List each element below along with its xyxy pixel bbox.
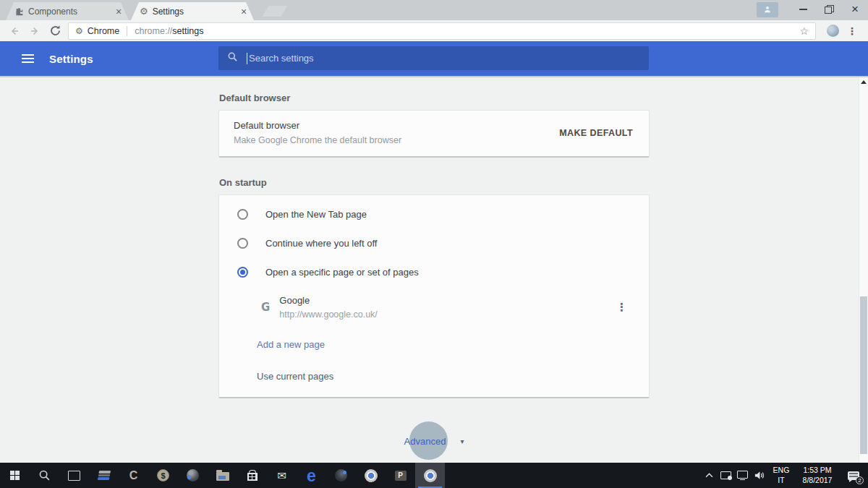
restore-icon bbox=[825, 5, 834, 14]
dark-browser-icon bbox=[335, 469, 347, 481]
row-subtitle: Make Google Chrome the default browser bbox=[234, 135, 401, 145]
scrollbar-thumb[interactable] bbox=[860, 296, 867, 454]
tab-settings[interactable]: ⚙ Settings × bbox=[131, 2, 254, 20]
chrome-icon bbox=[424, 469, 437, 482]
tray-chevron-button[interactable] bbox=[701, 463, 718, 488]
add-new-page-link[interactable]: Add a new page bbox=[257, 339, 325, 350]
tab-close-icon[interactable]: × bbox=[238, 7, 250, 17]
search-icon bbox=[38, 469, 51, 481]
tab-components[interactable]: Components × bbox=[6, 2, 129, 20]
action-center-button[interactable]: 2 bbox=[843, 463, 864, 488]
reload-button[interactable] bbox=[46, 22, 64, 40]
default-browser-row: Default browser Make Google Chrome the d… bbox=[219, 111, 649, 156]
taskbar-app-browser-dark[interactable] bbox=[326, 463, 356, 488]
tray-display-settings-button[interactable] bbox=[718, 463, 734, 488]
url-path: settings bbox=[172, 26, 203, 36]
network-monitor-icon bbox=[737, 471, 748, 479]
tray-time: 1:53 PM bbox=[803, 466, 831, 476]
startup-page-name: Google bbox=[279, 295, 378, 306]
file-explorer-button[interactable] bbox=[208, 463, 237, 488]
tray-network-button[interactable] bbox=[734, 463, 751, 488]
advanced-button[interactable]: Advanced ▾ bbox=[218, 419, 650, 463]
edge-browser-button[interactable]: e bbox=[297, 463, 326, 488]
language-indicator[interactable]: ENG IT bbox=[769, 466, 793, 485]
radio-option-continue[interactable]: Continue where you left off bbox=[219, 228, 649, 257]
bookmark-star-icon[interactable]: ☆ bbox=[799, 25, 809, 37]
search-icon bbox=[227, 51, 238, 65]
use-current-pages-link[interactable]: Use current pages bbox=[257, 371, 333, 382]
stack-icon bbox=[97, 471, 110, 480]
settings-header: Settings Search settings bbox=[0, 41, 868, 76]
store-bag-icon bbox=[247, 470, 258, 481]
row-title: Default browser bbox=[234, 120, 401, 131]
browser-toolbar: ⚙ Chrome chrome:// settings ☆ ⋮ bbox=[0, 20, 868, 41]
minimize-button[interactable] bbox=[790, 1, 816, 18]
tab-title: Components bbox=[28, 7, 113, 17]
page-title: Settings bbox=[49, 53, 93, 65]
radio-option-specific-pages[interactable]: Open a specific page or set of pages bbox=[219, 257, 649, 286]
speaker-icon bbox=[754, 470, 765, 481]
radio-icon[interactable] bbox=[237, 238, 248, 249]
text-caret bbox=[247, 53, 247, 64]
extension-icon[interactable] bbox=[827, 25, 839, 37]
mail-app-button[interactable]: ✉ bbox=[267, 463, 297, 488]
windows-store-button[interactable] bbox=[237, 463, 267, 488]
gear-icon: ⚙ bbox=[75, 26, 83, 36]
back-button[interactable] bbox=[5, 22, 24, 40]
make-default-button[interactable]: MAKE DEFAULT bbox=[558, 125, 634, 141]
tray-date: 8/8/2017 bbox=[803, 476, 833, 486]
taskbar-app-c[interactable]: C bbox=[119, 463, 148, 488]
restore-button[interactable] bbox=[816, 1, 842, 18]
radio-label: Open a specific page or set of pages bbox=[265, 267, 419, 278]
radio-icon[interactable] bbox=[237, 209, 248, 220]
clock[interactable]: 1:53 PM 8/8/2017 bbox=[796, 466, 838, 485]
new-tab-button[interactable] bbox=[262, 6, 287, 17]
task-view-button[interactable] bbox=[59, 463, 89, 488]
site-chip-label: Chrome bbox=[88, 26, 119, 36]
scrollbar-up-arrow[interactable] bbox=[859, 77, 868, 86]
default-browser-card: Default browser Make Google Chrome the d… bbox=[218, 110, 650, 158]
search-placeholder: Search settings bbox=[249, 53, 314, 64]
radio-option-new-tab[interactable]: Open the New Tab page bbox=[219, 200, 649, 228]
start-button[interactable] bbox=[0, 463, 30, 488]
taskbar-app-sphere[interactable] bbox=[178, 463, 208, 488]
windows-logo-icon bbox=[10, 471, 20, 480]
dollar-coin-icon: $ bbox=[157, 469, 169, 481]
notification-badge: 2 bbox=[856, 476, 864, 484]
dark-sphere-icon bbox=[187, 469, 199, 481]
tab-close-icon[interactable]: × bbox=[113, 7, 124, 17]
startup-page-row: G Google http://www.google.co.uk/ ⋮ bbox=[219, 286, 649, 328]
radio-label: Open the New Tab page bbox=[265, 209, 367, 220]
tray-volume-button[interactable] bbox=[751, 463, 767, 488]
system-tray: ENG IT 1:53 PM 8/8/2017 2 bbox=[701, 463, 868, 488]
taskbar-app-coin[interactable]: $ bbox=[148, 463, 178, 488]
section-heading-default-browser: Default browser bbox=[218, 77, 650, 110]
close-button[interactable]: × bbox=[842, 1, 868, 18]
settings-search-input[interactable]: Search settings bbox=[218, 46, 649, 70]
vertical-scrollbar[interactable] bbox=[859, 77, 868, 463]
settings-column: Default browser Default browser Make Goo… bbox=[218, 77, 650, 463]
hamburger-menu-icon[interactable] bbox=[22, 54, 34, 63]
add-new-page-link-row: Add a new page bbox=[219, 328, 649, 360]
browser-menu-icon[interactable]: ⋮ bbox=[847, 25, 857, 37]
windows-taskbar: C $ ✉ e P bbox=[0, 463, 868, 488]
chevron-down-icon: ▾ bbox=[460, 437, 464, 445]
taskbar-app-stack[interactable] bbox=[89, 463, 119, 488]
chip-divider bbox=[127, 26, 127, 36]
forward-button[interactable] bbox=[25, 22, 44, 40]
chevron-up-icon bbox=[705, 473, 713, 478]
advanced-label: Advanced bbox=[404, 436, 446, 447]
browser-titlebar: Components × ⚙ Settings × × bbox=[0, 0, 868, 20]
edge-icon: e bbox=[307, 468, 316, 483]
profile-button[interactable] bbox=[757, 2, 778, 17]
taskbar-search-button[interactable] bbox=[30, 463, 59, 488]
omnibox[interactable]: ⚙ Chrome chrome:// settings ☆ bbox=[68, 22, 816, 40]
startup-page-url: http://www.google.co.uk/ bbox=[279, 309, 378, 320]
row-overflow-menu-icon[interactable]: ⋮ bbox=[613, 299, 630, 315]
chrome-icon bbox=[365, 469, 378, 482]
taskbar-app-chrome-grey[interactable] bbox=[356, 463, 386, 488]
minimize-icon bbox=[799, 9, 807, 10]
taskbar-app-chrome-active[interactable] bbox=[415, 463, 445, 488]
powerpoint-button[interactable]: P bbox=[386, 463, 415, 488]
radio-icon-selected[interactable] bbox=[237, 267, 248, 278]
